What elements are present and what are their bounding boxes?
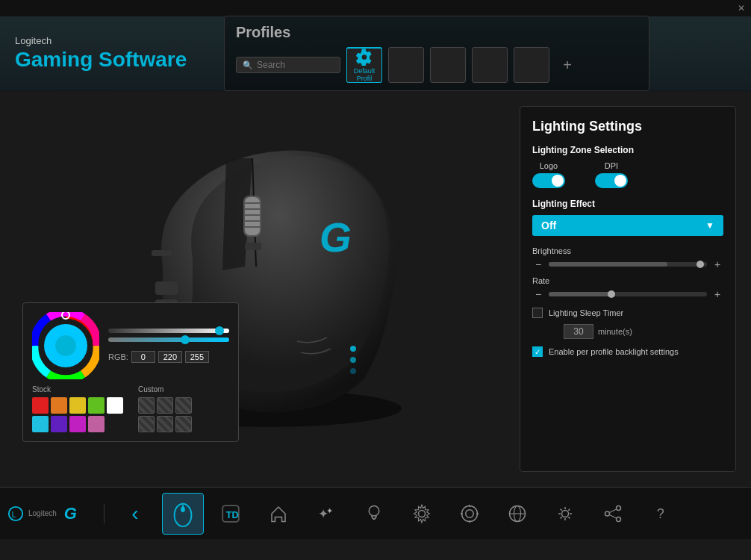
svg-point-29 (369, 505, 379, 516)
rgb-row: RGB: (108, 351, 229, 363)
profile-slot-3[interactable] (430, 47, 466, 83)
timer-row: minute(s) (532, 324, 723, 339)
custom-swatch-2[interactable] (157, 397, 173, 414)
dpi-toggle-knob (614, 175, 626, 187)
main-area: G (0, 91, 751, 487)
profile-slot-4[interactable] (472, 47, 508, 83)
swatch-yellow[interactable] (69, 397, 86, 414)
swatch-cyan[interactable] (32, 416, 49, 432)
zone-logo-label: Logo (540, 161, 558, 170)
brightness-slider-row (108, 329, 229, 333)
svg-text:✦: ✦ (326, 506, 333, 515)
rate-row: Rate − + (532, 276, 723, 300)
mouse-area: G (0, 91, 520, 487)
brightness-label: Brightness (532, 246, 723, 255)
custom-group: Custom (138, 385, 192, 432)
sleep-timer-checkbox[interactable] (532, 308, 543, 318)
rate-decrease[interactable]: − (532, 288, 544, 300)
swatch-purple[interactable] (51, 416, 67, 432)
custom-swatch-6[interactable] (175, 416, 192, 432)
logitech-text: Logitech (28, 509, 57, 517)
svg-point-14 (350, 368, 356, 374)
nav-back-button[interactable]: ‹ (114, 493, 156, 535)
effects-icon: ✦ ✦ (315, 503, 337, 525)
nav-help-button[interactable]: ? (640, 493, 682, 535)
nav-game-button[interactable] (496, 493, 538, 535)
sleep-timer-row: Lighting Sleep Timer (532, 308, 723, 318)
swatch-orange[interactable] (51, 397, 67, 414)
swatch-pink[interactable] (88, 416, 105, 432)
saturation-track[interactable] (108, 337, 229, 342)
nav-profile-button[interactable]: TD (210, 493, 252, 535)
swatch-magenta[interactable] (69, 416, 86, 432)
svg-rect-8 (245, 243, 261, 250)
zone-dpi-label: DPI (605, 161, 618, 170)
swatch-red[interactable] (32, 397, 49, 414)
custom-swatch-3[interactable] (175, 397, 192, 414)
nav-settings-button[interactable] (544, 493, 586, 535)
nav-home-button[interactable] (258, 493, 299, 535)
brightness-increase[interactable]: + (711, 258, 723, 270)
brightness-rate-section: Brightness − + Rate − (532, 246, 723, 300)
brightness-track[interactable] (549, 262, 707, 267)
effect-value: Off (541, 220, 556, 231)
zone-row: Logo DPI (532, 161, 723, 188)
svg-point-12 (350, 346, 356, 352)
svg-text:TD: TD (226, 510, 239, 520)
svg-point-39 (562, 510, 569, 517)
rate-thumb[interactable] (608, 290, 615, 298)
brightness-decrease[interactable]: − (532, 258, 544, 270)
profile-slot-5[interactable] (514, 47, 549, 83)
brightness-thumb[interactable] (697, 261, 704, 268)
dpi-toggle[interactable] (595, 173, 628, 188)
nav-assignment-button[interactable] (401, 493, 443, 535)
rate-increase[interactable]: + (711, 288, 723, 300)
swatch-green[interactable] (88, 397, 105, 414)
bottom-logo: L Logitech G (7, 504, 105, 523)
custom-swatch-5[interactable] (157, 416, 173, 432)
swatch-white[interactable] (107, 397, 123, 414)
close-button[interactable]: ✕ (738, 3, 745, 13)
profile-slot-2[interactable] (388, 47, 424, 83)
svg-point-31 (466, 509, 474, 517)
blue-input[interactable] (185, 351, 209, 363)
green-input[interactable] (158, 351, 182, 363)
svg-text:L: L (12, 509, 16, 518)
red-input[interactable] (131, 351, 155, 363)
search-box[interactable]: 🔍 (236, 57, 340, 73)
nav-dpi-button[interactable] (449, 493, 490, 535)
color-wheel[interactable] (32, 312, 99, 379)
backlight-row: ✓ Enable per profile backlight settings (532, 346, 723, 357)
profiles-panel: Profiles 🔍 Default Profil + (224, 16, 649, 91)
brightness-thumb[interactable] (215, 326, 224, 335)
timer-input[interactable] (564, 324, 593, 339)
logo-area: Logitech Gaming Software (15, 35, 224, 72)
effect-dropdown[interactable]: Off ▼ (532, 215, 723, 236)
profile-slot-1[interactable]: Default Profil (346, 47, 382, 83)
bulb-icon (363, 503, 385, 525)
saturation-thumb[interactable] (181, 335, 190, 344)
custom-swatch-4[interactable] (138, 416, 155, 432)
profile-label-1: Default Profil (347, 67, 381, 82)
custom-swatch-1[interactable] (138, 397, 155, 414)
search-input[interactable] (257, 60, 331, 70)
backlight-label: Enable per profile backlight settings (549, 347, 679, 356)
nav-lighting-button[interactable] (353, 493, 395, 535)
backlight-checkbox[interactable]: ✓ (532, 346, 543, 357)
logo-toggle[interactable] (532, 173, 565, 188)
rate-track[interactable] (549, 292, 707, 296)
search-icon: 🔍 (243, 60, 253, 70)
svg-point-40 (617, 505, 621, 510)
brightness-track[interactable] (108, 329, 229, 333)
nav-share-button[interactable] (592, 493, 634, 535)
svg-line-43 (610, 509, 617, 513)
logo-toggle-knob (552, 175, 564, 187)
add-profile-button[interactable]: + (555, 47, 579, 83)
share-icon (602, 503, 624, 525)
nav-mouse-button[interactable] (162, 493, 204, 535)
back-arrow-icon: ‹ (131, 502, 138, 526)
zone-logo: Logo (532, 161, 565, 188)
brightness-fill (549, 262, 667, 267)
rate-fill (549, 292, 612, 296)
nav-effects-button[interactable]: ✦ ✦ (305, 493, 347, 535)
